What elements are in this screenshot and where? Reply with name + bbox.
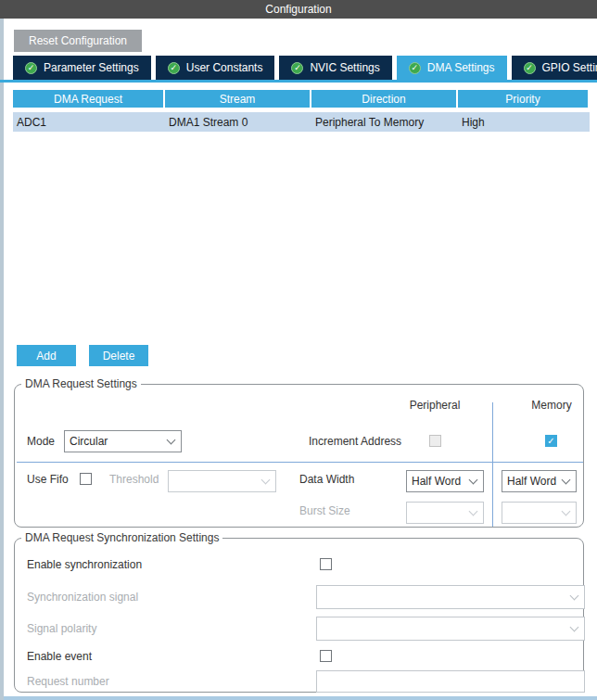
chevron-down-icon bbox=[469, 507, 478, 516]
tab-label: DMA Settings bbox=[427, 61, 495, 74]
cell-dma-request: ADC1 bbox=[13, 116, 165, 129]
check-circle-icon: ✓ bbox=[291, 62, 303, 74]
tab-user-constants[interactable]: ✓ User Constants bbox=[156, 56, 275, 80]
configuration-panel: Configuration Reset Configuration ✓ Para… bbox=[0, 0, 597, 700]
increment-address-peripheral-checkbox bbox=[429, 435, 441, 447]
burst-size-memory-dropdown bbox=[502, 502, 577, 524]
column-divider bbox=[492, 402, 493, 527]
page-title: Configuration bbox=[265, 3, 331, 16]
chevron-down-icon bbox=[469, 476, 478, 485]
row-divider bbox=[17, 462, 583, 463]
tab-parameter-settings[interactable]: ✓ Parameter Settings bbox=[13, 56, 151, 80]
group-title: DMA Request Settings bbox=[21, 377, 141, 390]
burst-size-label: Burst Size bbox=[299, 503, 350, 518]
column-header-direction[interactable]: Direction bbox=[311, 90, 456, 108]
request-number-input bbox=[316, 670, 585, 693]
data-width-peripheral-value: Half Word bbox=[412, 475, 461, 488]
enable-event-label: Enable event bbox=[27, 649, 92, 664]
column-header-priority[interactable]: Priority bbox=[458, 90, 588, 108]
column-header-stream[interactable]: Stream bbox=[165, 90, 310, 108]
dma-table-header: DMA Request Stream Direction Priority bbox=[13, 90, 590, 108]
chevron-down-icon bbox=[570, 623, 579, 632]
request-number-label: Request number bbox=[27, 674, 109, 689]
synchronization-signal-label: Synchronization signal bbox=[27, 590, 138, 605]
reset-configuration-button[interactable]: Reset Configuration bbox=[14, 30, 142, 52]
dma-sync-settings-group: DMA Request Synchronization Settings Ena… bbox=[14, 538, 584, 693]
threshold-label: Threshold bbox=[109, 472, 159, 487]
left-border-strip bbox=[0, 19, 4, 700]
use-fifo-checkbox[interactable] bbox=[80, 473, 92, 485]
memory-column-header: Memory bbox=[514, 398, 589, 413]
cell-stream: DMA1 Stream 0 bbox=[165, 116, 311, 129]
data-width-peripheral-dropdown[interactable]: Half Word bbox=[406, 470, 484, 492]
increment-address-memory-checkbox[interactable]: ✓ bbox=[545, 435, 557, 447]
dialog-title-bar: Configuration bbox=[0, 0, 597, 19]
tab-bar: ✓ Parameter Settings ✓ User Constants ✓ … bbox=[13, 56, 597, 80]
use-fifo-label: Use Fifo bbox=[27, 472, 69, 487]
active-tab-underline bbox=[0, 80, 597, 83]
burst-size-peripheral-dropdown bbox=[406, 502, 484, 524]
chevron-down-icon bbox=[562, 476, 571, 485]
data-width-memory-value: Half Word bbox=[507, 475, 556, 488]
chevron-down-icon bbox=[570, 592, 579, 601]
chevron-down-icon bbox=[562, 507, 571, 516]
group-title: DMA Request Synchronization Settings bbox=[21, 531, 222, 544]
peripheral-column-header: Peripheral bbox=[398, 398, 472, 413]
tab-label: User Constants bbox=[186, 61, 263, 74]
bottom-border-strip bbox=[4, 696, 597, 700]
delete-button[interactable]: Delete bbox=[89, 345, 148, 366]
mode-dropdown[interactable]: Circular bbox=[64, 430, 182, 452]
threshold-dropdown bbox=[168, 470, 276, 492]
check-circle-icon: ✓ bbox=[409, 62, 421, 74]
data-width-memory-dropdown[interactable]: Half Word bbox=[502, 470, 577, 492]
table-row[interactable]: ADC1 DMA1 Stream 0 Peripheral To Memory … bbox=[13, 112, 590, 132]
tab-label: Parameter Settings bbox=[44, 61, 139, 74]
data-width-label: Data Width bbox=[299, 472, 354, 487]
chevron-down-icon bbox=[167, 436, 176, 445]
mode-dropdown-value: Circular bbox=[70, 435, 108, 448]
check-circle-icon: ✓ bbox=[25, 62, 37, 74]
synchronization-signal-dropdown bbox=[316, 585, 585, 609]
mode-label: Mode bbox=[27, 434, 55, 449]
enable-synchronization-label: Enable synchronization bbox=[27, 557, 142, 572]
tab-label: GPIO Settings bbox=[542, 61, 597, 74]
signal-polarity-label: Signal polarity bbox=[27, 621, 96, 636]
tab-nvic-settings[interactable]: ✓ NVIC Settings bbox=[279, 56, 391, 80]
chevron-down-icon bbox=[261, 476, 271, 485]
column-header-dma-request[interactable]: DMA Request bbox=[13, 90, 163, 108]
tab-label: NVIC Settings bbox=[310, 61, 379, 74]
cell-priority: High bbox=[458, 116, 590, 129]
check-circle-icon: ✓ bbox=[168, 62, 180, 74]
signal-polarity-dropdown bbox=[316, 617, 585, 641]
dma-request-settings-group: DMA Request Settings Peripheral Memory M… bbox=[14, 384, 584, 528]
add-button[interactable]: Add bbox=[17, 345, 76, 366]
enable-synchronization-checkbox[interactable] bbox=[320, 558, 332, 570]
tab-gpio-settings[interactable]: ✓ GPIO Settings bbox=[512, 56, 597, 80]
check-circle-icon: ✓ bbox=[524, 62, 536, 74]
enable-event-checkbox[interactable] bbox=[320, 650, 332, 662]
increment-address-label: Increment Address bbox=[309, 434, 401, 449]
cell-direction: Peripheral To Memory bbox=[311, 116, 458, 129]
tab-dma-settings[interactable]: ✓ DMA Settings bbox=[397, 56, 507, 80]
